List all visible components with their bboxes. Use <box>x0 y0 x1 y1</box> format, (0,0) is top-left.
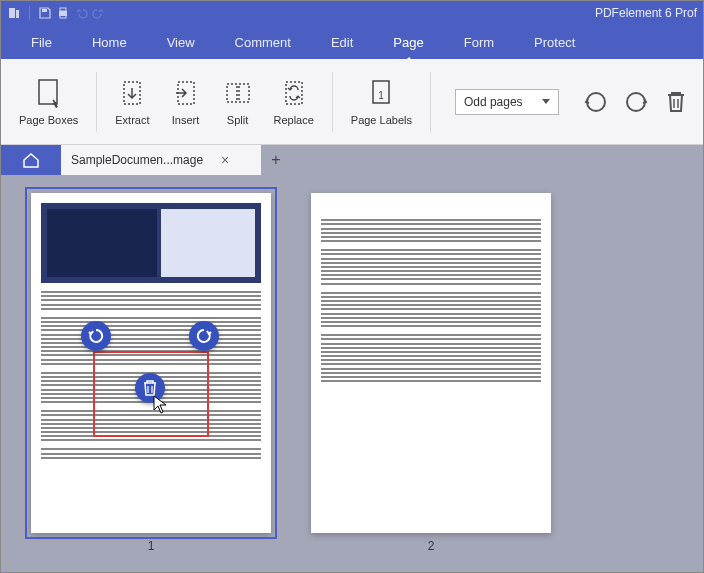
svg-rect-5 <box>60 15 66 18</box>
page-labels-icon: 1 <box>365 78 397 110</box>
home-tab-button[interactable] <box>1 145 61 175</box>
undo-icon[interactable] <box>74 6 88 20</box>
page-filter-value: Odd pages <box>464 95 523 109</box>
page-hero-image <box>41 203 261 283</box>
replace-label: Replace <box>274 114 314 126</box>
svg-text:1: 1 <box>379 90 385 101</box>
extract-button[interactable]: Extract <box>109 74 155 130</box>
menu-view[interactable]: View <box>147 27 215 58</box>
svg-point-14 <box>587 93 605 111</box>
page-number-2: 2 <box>428 539 435 553</box>
page-boxes-label: Page Boxes <box>19 114 78 126</box>
svg-rect-0 <box>9 8 15 18</box>
rotate-left-icon <box>88 328 104 344</box>
overlay-rotate-left-button[interactable] <box>81 321 111 351</box>
home-icon <box>22 151 40 169</box>
menu-protect[interactable]: Protect <box>514 27 595 58</box>
replace-icon <box>278 78 310 110</box>
svg-rect-2 <box>42 9 47 12</box>
app-logo-icon <box>7 6 21 20</box>
rotate-ccw-button[interactable] <box>581 87 611 117</box>
svg-rect-6 <box>39 80 57 104</box>
svg-rect-9 <box>227 84 237 102</box>
app-title: PDFelement 6 Prof <box>595 6 697 20</box>
new-tab-button[interactable]: + <box>261 145 291 175</box>
menu-comment[interactable]: Comment <box>215 27 311 58</box>
insert-icon <box>170 78 202 110</box>
tab-strip: SampleDocumen...mage × + <box>1 145 703 175</box>
svg-rect-10 <box>239 84 249 102</box>
print-icon[interactable] <box>56 6 70 20</box>
document-tab-title: SampleDocumen...mage <box>71 153 203 167</box>
extract-icon <box>116 78 148 110</box>
menu-edit[interactable]: Edit <box>311 27 373 58</box>
plus-icon: + <box>271 151 280 169</box>
ribbon: Page Boxes Extract Insert Split Replace … <box>1 59 703 145</box>
page-filter-select[interactable]: Odd pages <box>455 89 559 115</box>
page-thumbnail-area: 1 2 <box>1 175 703 572</box>
save-icon[interactable] <box>38 6 52 20</box>
svg-rect-1 <box>16 10 19 18</box>
menu-form[interactable]: Form <box>444 27 514 58</box>
split-label: Split <box>227 114 248 126</box>
menu-home[interactable]: Home <box>72 27 147 58</box>
rotate-cw-icon <box>623 89 649 115</box>
replace-button[interactable]: Replace <box>268 74 320 130</box>
page-number-1: 1 <box>148 539 155 553</box>
split-button[interactable]: Split <box>216 74 260 130</box>
svg-point-15 <box>627 93 645 111</box>
page-thumbnail-1[interactable] <box>31 193 271 533</box>
page-boxes-icon <box>33 78 65 110</box>
chevron-down-icon <box>542 99 550 104</box>
close-tab-icon[interactable]: × <box>221 152 229 168</box>
svg-rect-4 <box>60 8 66 11</box>
menu-page[interactable]: Page <box>373 27 443 58</box>
trash-icon <box>143 380 157 396</box>
page-labels-label: Page Labels <box>351 114 412 126</box>
insert-button[interactable]: Insert <box>164 74 208 130</box>
delete-page-button[interactable] <box>661 87 691 117</box>
insert-label: Insert <box>172 114 200 126</box>
trash-icon <box>665 89 687 115</box>
extract-label: Extract <box>115 114 149 126</box>
title-bar: PDFelement 6 Prof <box>1 1 703 25</box>
rotate-ccw-icon <box>583 89 609 115</box>
menu-file[interactable]: File <box>11 27 72 58</box>
overlay-rotate-right-button[interactable] <box>189 321 219 351</box>
split-icon <box>222 78 254 110</box>
rotate-cw-button[interactable] <box>621 87 651 117</box>
page-boxes-button[interactable]: Page Boxes <box>13 74 84 130</box>
redo-icon[interactable] <box>92 6 106 20</box>
page-thumbnail-2[interactable] <box>311 193 551 533</box>
cursor-icon <box>153 395 169 415</box>
page-labels-button[interactable]: 1 Page Labels <box>345 74 418 130</box>
menu-bar: File Home View Comment Edit Page Form Pr… <box>1 25 703 59</box>
document-tab[interactable]: SampleDocumen...mage × <box>61 145 261 175</box>
rotate-right-icon <box>196 328 212 344</box>
